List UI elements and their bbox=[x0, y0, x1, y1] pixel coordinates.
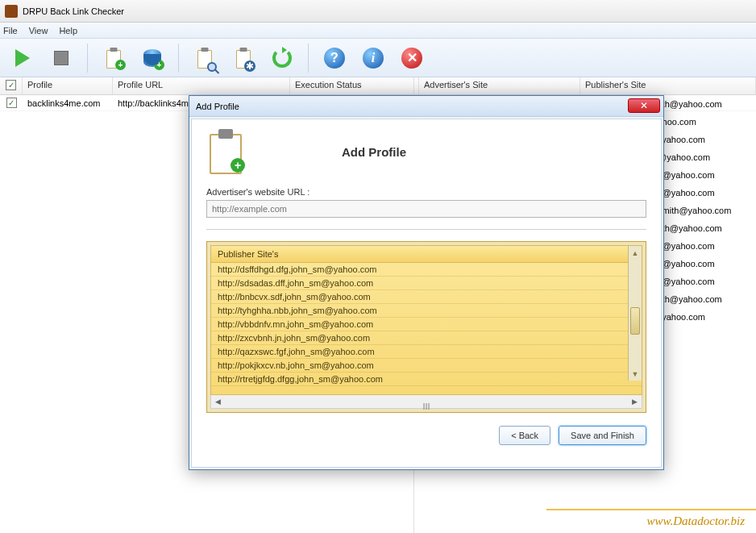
hscroll-label: III bbox=[422, 402, 430, 411]
toolbar: + + ? i ✕ bbox=[0, 39, 756, 77]
table-header: ✓ Profile Profile URL Execution Status A… bbox=[0, 77, 756, 95]
publisher-row[interactable]: http://bnbcvx.sdf,john_sm@yahoo.com bbox=[211, 290, 642, 304]
back-button[interactable]: < Back bbox=[499, 426, 550, 445]
app-icon bbox=[5, 5, 18, 18]
publisher-row[interactable]: http://pokjkxcv.nb,john_sm@yahoo.com bbox=[211, 359, 642, 373]
email-fragment: @yahoo.com bbox=[653, 131, 741, 148]
column-profile-url[interactable]: Profile URL bbox=[113, 77, 290, 94]
url-field-label: Advertiser's website URL : bbox=[206, 187, 646, 197]
email-fragment: ith@yahoo.com bbox=[653, 255, 741, 273]
watermark: www.Datadoctor.biz bbox=[647, 514, 745, 528]
email-fragment: mith@yahoo.com bbox=[653, 95, 741, 113]
publisher-sites-header: Publisher Site's bbox=[211, 246, 642, 263]
add-database-button[interactable]: + bbox=[136, 42, 168, 74]
email-fragment: mith@yahoo.com bbox=[653, 290, 741, 308]
delete-icon: ✕ bbox=[401, 48, 422, 69]
clipboard-settings-icon bbox=[235, 48, 252, 69]
stop-icon bbox=[54, 51, 69, 65]
column-profile[interactable]: Profile bbox=[23, 77, 113, 94]
toolbar-separator bbox=[87, 44, 88, 73]
advertiser-url-input[interactable] bbox=[206, 200, 646, 218]
info-icon: i bbox=[363, 48, 384, 69]
publisher-row[interactable]: http://dsffdhgd.dfg,john_sm@yahoo.com bbox=[211, 263, 642, 277]
add-profile-button[interactable]: + bbox=[98, 42, 130, 74]
close-icon: ✕ bbox=[640, 100, 648, 111]
delete-button[interactable]: ✕ bbox=[396, 42, 428, 74]
scroll-thumb[interactable] bbox=[630, 307, 640, 335]
menu-view[interactable]: View bbox=[29, 26, 48, 35]
toolbar-separator bbox=[308, 44, 309, 73]
watermark-line bbox=[546, 509, 756, 510]
help-icon: ? bbox=[324, 48, 345, 69]
help-button[interactable]: ? bbox=[318, 42, 351, 74]
publisher-row[interactable]: http://sdsadas.dff,john_sm@yahoo.com bbox=[211, 277, 642, 290]
vertical-scrollbar[interactable]: ▲ ▼ bbox=[628, 246, 642, 381]
add-profile-dialog: Add Profile ✕ + Add Profile Advertiser's… bbox=[189, 95, 664, 470]
publisher-sites-list[interactable]: Publisher Site's http://dsffdhgd.dfg,joh… bbox=[210, 245, 642, 395]
column-advertisers-site[interactable]: Advertiser's Site bbox=[419, 77, 580, 94]
publisher-row[interactable]: http://vbbdnfv.mn,john_sm@yahoo.com bbox=[211, 318, 642, 331]
email-fragment: @yahoo.com bbox=[653, 308, 741, 326]
email-fragment: n@yahoo.com bbox=[653, 148, 741, 166]
scroll-up-icon[interactable]: ▲ bbox=[629, 246, 642, 260]
search-profile-button[interactable] bbox=[189, 42, 221, 74]
dialog-title: Add Profile bbox=[196, 102, 239, 111]
email-fragment: yahoo.com bbox=[653, 113, 741, 131]
publisher-row[interactable]: http://qazxswc.fgf,john_sm@yahoo.com bbox=[211, 345, 642, 359]
email-fragment: _smith@yahoo.com bbox=[653, 202, 741, 219]
publisher-row[interactable]: http://zxcvbnh.jn,john_sm@yahoo.com bbox=[211, 331, 642, 345]
toolbar-separator bbox=[178, 44, 179, 73]
email-fragment: ith@yahoo.com bbox=[653, 184, 741, 202]
scroll-down-icon[interactable]: ▼ bbox=[629, 367, 642, 381]
column-publishers-site[interactable]: Publisher's Site bbox=[580, 77, 756, 94]
column-execution-status[interactable]: Execution Status bbox=[290, 77, 419, 94]
settings-profile-button[interactable] bbox=[227, 42, 260, 74]
save-and-finish-button[interactable]: Save and Finish bbox=[559, 426, 646, 445]
divider bbox=[206, 229, 646, 230]
email-fragment: ith@yahoo.com bbox=[653, 166, 741, 184]
dialog-body: + Add Profile Advertiser's website URL :… bbox=[191, 119, 662, 468]
menu-help[interactable]: Help bbox=[59, 26, 77, 35]
play-icon bbox=[15, 49, 30, 67]
dialog-footer: < Back Save and Finish bbox=[206, 426, 646, 445]
email-fragment: mith@yahoo.com bbox=[653, 219, 741, 237]
refresh-icon bbox=[272, 48, 292, 68]
checkbox-icon: ✓ bbox=[6, 80, 16, 90]
title-bar: DRPU Back Link Checker bbox=[0, 0, 756, 23]
database-add-icon: + bbox=[143, 49, 161, 67]
scroll-left-icon[interactable]: ◀ bbox=[211, 398, 225, 406]
scroll-right-icon[interactable]: ▶ bbox=[628, 398, 642, 406]
row-checkbox[interactable]: ✓ bbox=[6, 98, 17, 108]
menu-file[interactable]: File bbox=[3, 26, 18, 35]
publisher-sites-panel: Publisher Site's http://dsffdhgd.dfg,joh… bbox=[206, 241, 646, 413]
clipboard-search-icon bbox=[196, 48, 214, 69]
run-button[interactable] bbox=[6, 42, 39, 74]
clipboard-add-icon: + bbox=[105, 48, 123, 69]
publisher-row[interactable]: http://rtretjgfdg.dfgg,john_sm@yahoo.com bbox=[211, 373, 642, 386]
refresh-button[interactable] bbox=[266, 42, 298, 74]
email-fragment: ith@yahoo.com bbox=[653, 273, 741, 290]
column-checkbox[interactable]: ✓ bbox=[0, 77, 23, 94]
stop-button[interactable] bbox=[45, 42, 77, 74]
publisher-row[interactable]: http://tyhghha.nbb,john_sm@yahoo.com bbox=[211, 304, 642, 318]
clipboard-add-large-icon: + bbox=[206, 129, 245, 174]
info-button[interactable]: i bbox=[357, 42, 389, 74]
cell-profile: backlinks4me.com bbox=[23, 97, 113, 110]
horizontal-scrollbar[interactable]: ◀ III ▶ bbox=[210, 395, 642, 409]
close-button[interactable]: ✕ bbox=[628, 98, 660, 113]
email-column-fragment: mith@yahoo.comyahoo.com@yahoo.comn@yahoo… bbox=[653, 95, 741, 326]
window-title: DRPU Back Link Checker bbox=[23, 6, 124, 16]
email-fragment: ith@yahoo.com bbox=[653, 237, 741, 255]
menu-bar: File View Help bbox=[0, 23, 756, 39]
dialog-heading: Add Profile bbox=[342, 145, 406, 159]
dialog-titlebar[interactable]: Add Profile ✕ bbox=[189, 96, 663, 117]
